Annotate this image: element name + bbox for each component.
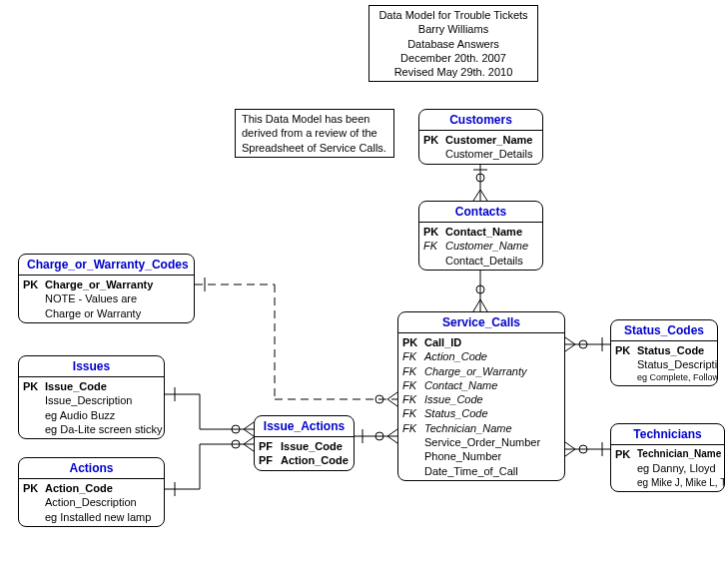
- svg-point-2: [476, 174, 484, 182]
- entity-title: Status_Codes: [611, 320, 717, 341]
- attr-name: Status_Code: [637, 343, 704, 357]
- attr-name: eg Installed new lamp: [45, 510, 151, 524]
- entity-service-calls: Service_Calls PKCall_ID FKAction_Code FK…: [397, 311, 565, 481]
- entity-title: Issues: [19, 356, 164, 377]
- svg-line-39: [565, 337, 575, 344]
- fk-label: FK: [402, 349, 424, 363]
- svg-line-8: [473, 299, 480, 311]
- svg-line-40: [565, 344, 575, 351]
- attr-name: Issue_Code: [281, 439, 343, 453]
- entity-title: Customers: [419, 110, 542, 131]
- note-box: This Data Model has been derived from a …: [235, 109, 394, 158]
- title-line: December 20th. 2007: [375, 51, 531, 65]
- attr-note: NOTE - Values are: [45, 291, 137, 305]
- pk-label: PK: [423, 225, 445, 239]
- pk-label: PK: [23, 481, 45, 495]
- attr-name: Service_Order_Number: [424, 435, 540, 449]
- svg-point-28: [232, 440, 240, 448]
- attr-name: Issue_Code: [45, 379, 107, 393]
- svg-point-7: [476, 285, 484, 293]
- attr-name: Customer_Name: [445, 239, 528, 253]
- attr-name: eg Danny, Lloyd: [637, 461, 716, 475]
- attr-name: Charge_or_Warranty: [45, 278, 153, 291]
- pf-label: PF: [259, 453, 281, 467]
- svg-point-14: [375, 395, 383, 403]
- title-line: Revised May 29th. 2010: [375, 65, 531, 79]
- attr-name: eg Da-Lite screen sticky: [45, 422, 162, 436]
- fk-label: FK: [402, 406, 424, 420]
- attr-name: Action_Code: [424, 349, 487, 363]
- title-line: Barry Williams: [375, 22, 531, 36]
- attr-name: Phone_Number: [424, 449, 501, 463]
- attr-name: Contact_Name: [445, 225, 522, 239]
- svg-line-3: [473, 190, 480, 201]
- attr-name: Charge_or_Warranty: [424, 364, 527, 378]
- attr-name: Issue_Code: [424, 392, 483, 406]
- svg-line-44: [565, 442, 575, 449]
- attr-name: Technician_Name: [424, 421, 512, 435]
- entity-actions: Actions PKAction_Code Action_Description…: [18, 457, 165, 527]
- attr-name: Action_Description: [45, 495, 137, 509]
- attr-name: Customer_Details: [445, 147, 532, 161]
- svg-line-23: [244, 429, 254, 436]
- title-line: Database Answers: [375, 37, 531, 51]
- pk-label: PK: [615, 343, 637, 357]
- svg-line-9: [480, 299, 487, 311]
- pk-label: PK: [615, 447, 637, 461]
- attr-note: Charge or Warranty: [45, 306, 141, 320]
- attr-name: eg Mike J, Mike L, TB: [637, 476, 725, 489]
- fk-label: FK: [402, 392, 424, 406]
- pf-label: PF: [259, 439, 281, 453]
- pk-label: PK: [23, 278, 45, 291]
- attr-name: Call_ID: [424, 335, 461, 349]
- entity-issue-actions: Issue_Actions PFIssue_Code PFAction_Code: [254, 415, 355, 471]
- entity-issues: Issues PKIssue_Code Issue_Description eg…: [18, 355, 165, 439]
- entity-technicians: Technicians PKTechnician_Name eg Danny, …: [610, 423, 725, 492]
- svg-line-30: [244, 444, 254, 451]
- fk-label: FK: [423, 239, 445, 253]
- attr-name: Technician_Name: [637, 447, 721, 461]
- note-line: This Data Model has been: [242, 112, 387, 126]
- attr-name: Date_Time_of_Call: [424, 464, 518, 478]
- entity-customers: Customers PKCustomer_Name Customer_Detai…: [418, 109, 543, 165]
- svg-line-45: [565, 449, 575, 456]
- attr-name: Action_Code: [45, 481, 113, 495]
- pk-label: PK: [423, 133, 445, 147]
- attr-name: Action_Code: [281, 453, 349, 467]
- attr-name: Status_Code: [424, 406, 488, 420]
- svg-point-21: [232, 425, 240, 433]
- svg-line-16: [387, 399, 397, 406]
- entity-title: Charge_or_Warranty_Codes: [19, 255, 194, 276]
- attr-name: Issue_Description: [45, 393, 132, 407]
- note-line: Spreadsheet of Service Calls.: [242, 141, 387, 155]
- svg-line-15: [387, 392, 397, 399]
- attr-name: Contact_Name: [424, 378, 497, 392]
- svg-line-29: [244, 437, 254, 444]
- entity-title: Technicians: [611, 424, 724, 445]
- attr-name: eg Complete, Follow-up: [637, 372, 718, 384]
- svg-line-22: [244, 422, 254, 429]
- attr-name: eg Audio Buzz: [45, 408, 115, 422]
- fk-label: FK: [402, 378, 424, 392]
- note-line: derived from a review of the: [242, 126, 387, 140]
- entity-title: Contacts: [419, 202, 542, 223]
- svg-point-33: [375, 432, 383, 440]
- entity-title: Issue_Actions: [255, 416, 354, 437]
- svg-line-35: [387, 436, 397, 443]
- attr-name: Customer_Name: [445, 133, 532, 147]
- entity-title: Service_Calls: [398, 312, 564, 333]
- entity-contacts: Contacts PKContact_Name FKCustomer_Name …: [418, 201, 543, 271]
- pk-label: PK: [23, 379, 45, 393]
- title-box: Data Model for Trouble Tickets Barry Wil…: [368, 5, 538, 82]
- fk-label: FK: [402, 364, 424, 378]
- fk-label: FK: [402, 421, 424, 435]
- title-line: Data Model for Trouble Tickets: [375, 8, 531, 22]
- svg-point-43: [579, 445, 587, 453]
- attr-name: Status_Description: [637, 357, 718, 371]
- entity-status-codes: Status_Codes PKStatus_Code Status_Descri…: [610, 319, 718, 386]
- entity-title: Actions: [19, 458, 164, 479]
- svg-line-4: [480, 190, 487, 201]
- pk-label: PK: [402, 335, 424, 349]
- entity-charge-codes: Charge_or_Warranty_Codes PKCharge_or_War…: [18, 254, 195, 323]
- svg-point-38: [579, 340, 587, 348]
